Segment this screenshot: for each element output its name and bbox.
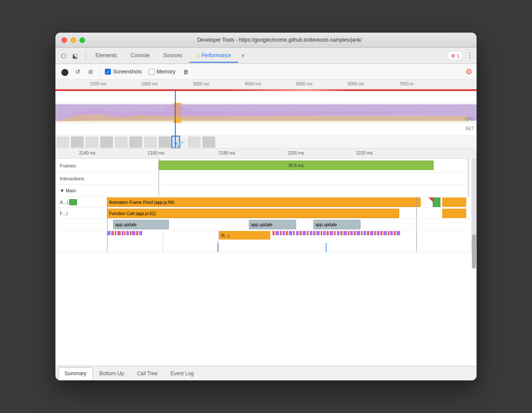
tab-more[interactable]: » xyxy=(238,49,248,63)
flame-row-3: app.update app.update app.update xyxy=(55,219,477,230)
frames-track: Frames 90.8 ms xyxy=(55,159,477,173)
maximize-button[interactable] xyxy=(79,37,85,43)
svg-rect-42 xyxy=(307,231,309,235)
error-badge[interactable]: ⊗ 1 xyxy=(447,51,463,60)
btab-summary[interactable]: Summary xyxy=(58,367,93,380)
svg-text:M...): M...) xyxy=(221,233,229,238)
tab-sources[interactable]: Sources xyxy=(156,49,189,63)
svg-rect-39 xyxy=(296,231,299,235)
reload-button[interactable]: ↺ xyxy=(73,67,83,77)
vline-f1r xyxy=(416,197,417,207)
svg-rect-53 xyxy=(343,231,347,235)
svg-rect-43 xyxy=(310,231,312,235)
flame-row2-label: F...) xyxy=(55,208,107,219)
ruler-tick-5000: 5000 ms xyxy=(296,82,312,86)
svg-rect-45 xyxy=(316,231,320,235)
svg-rect-24 xyxy=(124,231,125,235)
timeline-overview[interactable]: 1000 ms 2000 ms 3000 ms 4000 ms 5000 ms … xyxy=(55,80,477,149)
clear-button[interactable]: ⊘ xyxy=(86,67,96,77)
btab-bottom-up[interactable]: Bottom-Up xyxy=(93,367,130,380)
screenshots-checkbox[interactable]: ✓ xyxy=(105,69,111,75)
ruler-tick-1000: 1000 ms xyxy=(90,82,106,86)
scrollbar-area6 xyxy=(471,219,477,230)
settings-button[interactable]: ⚙ xyxy=(465,67,472,76)
svg-rect-46 xyxy=(321,231,322,235)
vline-main-right xyxy=(468,185,468,196)
warning-icon: ⚠ xyxy=(196,52,201,58)
cpu-row: CPU xyxy=(55,102,477,124)
frame-block[interactable]: 90.8 ms xyxy=(159,161,434,170)
toolbar: ⬤ ↺ ⊘ ✓ Screenshots Memory 🗑 ⚙ xyxy=(55,64,477,80)
animation-frame-block[interactable]: Animation Frame Fired (app.js:94) xyxy=(107,197,421,207)
vline-interactions-left xyxy=(159,173,159,184)
interactions-content xyxy=(107,173,471,184)
menu-icon[interactable]: ⋮ xyxy=(466,52,473,60)
main-section-label: ▼ Main xyxy=(55,188,107,193)
tab-performance[interactable]: ⚠Performance xyxy=(189,49,238,63)
r2-2140: 2140 ms xyxy=(79,151,95,155)
svg-rect-33 xyxy=(275,231,279,235)
svg-rect-36 xyxy=(286,231,288,235)
svg-rect-35 xyxy=(282,231,285,235)
svg-rect-50 xyxy=(334,231,336,235)
svg-rect-38 xyxy=(293,231,295,235)
error-icon: ⊗ xyxy=(451,52,456,59)
frames-label: Frames xyxy=(55,163,107,168)
vline-f4l xyxy=(107,230,107,252)
ruler-tick-4000: 4000 ms xyxy=(245,82,261,86)
memory-checkbox-label[interactable]: Memory xyxy=(149,69,175,75)
flame-row2-content: Function Call (app.js:61) xyxy=(107,208,471,219)
interactions-track: Interactions xyxy=(55,173,477,185)
tab-divider xyxy=(86,51,86,61)
svg-point-18 xyxy=(177,145,179,147)
screenshots-checkbox-label[interactable]: ✓ Screenshots xyxy=(105,69,142,75)
cpu-label: CPU xyxy=(465,117,474,121)
record-button[interactable]: ⬤ xyxy=(60,67,70,77)
cursor-icon[interactable]: ⬡ xyxy=(59,51,68,61)
svg-rect-26 xyxy=(130,231,131,235)
timeline-ruler: 1000 ms 2000 ms 3000 ms 4000 ms 5000 ms … xyxy=(55,80,477,89)
trash-button[interactable]: 🗑 xyxy=(180,67,191,77)
net-row: NET xyxy=(55,124,477,136)
svg-rect-63 xyxy=(377,231,379,235)
app-update-1[interactable]: app.update xyxy=(113,220,169,229)
minimize-button[interactable] xyxy=(70,37,76,43)
app-update-3[interactable]: app.update xyxy=(313,220,361,229)
device-icon[interactable]: ⬕ xyxy=(70,51,79,61)
memory-checkbox[interactable] xyxy=(149,69,155,75)
svg-rect-57 xyxy=(357,231,360,235)
content-area: 1000 ms 2000 ms 3000 ms 4000 ms 5000 ms … xyxy=(55,80,477,380)
scrollbar-right[interactable] xyxy=(471,230,477,252)
timeline-ruler2: 2140 ms 2160 ms 2180 ms 2200 ms 2220 ms xyxy=(55,149,477,159)
close-button[interactable] xyxy=(61,37,67,43)
btab-call-tree[interactable]: Call Tree xyxy=(131,367,164,380)
vline-main-left xyxy=(159,185,159,196)
flame-row1-content: Animation Frame Fired (app.js:94) xyxy=(107,197,471,207)
svg-rect-27 xyxy=(132,231,135,235)
scrollbar-thumb[interactable] xyxy=(472,234,476,269)
bottom-tabs: Summary Bottom-Up Call Tree Event Log xyxy=(55,366,477,380)
svg-rect-60 xyxy=(367,231,369,235)
scrollbar-area2 xyxy=(471,173,477,184)
r2-2200: 2200 ms xyxy=(287,151,304,155)
flame-row-4: M...) xyxy=(55,230,477,252)
cpu-chart xyxy=(55,102,477,124)
memory-label: Memory xyxy=(157,69,175,75)
btab-event-log[interactable]: Event Log xyxy=(164,367,200,380)
vline-f3l xyxy=(107,219,107,230)
long-task-indicator xyxy=(428,197,433,202)
flame-row-2: F...) Function Call (app.js:61) xyxy=(55,208,477,219)
tab-console[interactable]: Console xyxy=(124,49,156,63)
title-bar: Developer Tools - https://googlechrome.g… xyxy=(55,33,477,48)
app-update-2[interactable]: app.update xyxy=(249,220,296,229)
frame-end-orange xyxy=(442,197,466,207)
svg-rect-23 xyxy=(122,231,124,235)
svg-rect-67 xyxy=(390,231,393,235)
svg-rect-52 xyxy=(340,231,342,235)
function-call-block[interactable]: Function Call (app.js:61) xyxy=(107,209,399,218)
tab-elements[interactable]: Elements xyxy=(89,49,124,63)
flame-row1-label: A...) xyxy=(55,197,107,207)
r2-2180: 2180 ms xyxy=(219,151,235,155)
scrollbar-area3 xyxy=(471,185,477,196)
long-task-bar xyxy=(55,89,477,91)
